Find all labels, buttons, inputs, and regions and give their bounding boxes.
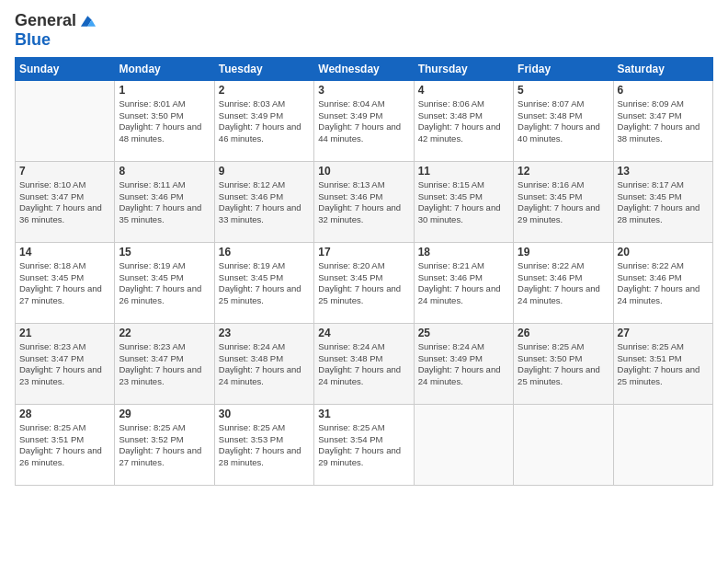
day-number: 19: [518, 246, 609, 259]
calendar-cell: [613, 404, 712, 485]
page: General Blue SundayMondayTuesdayWednesda…: [0, 0, 728, 563]
logo-blue: Blue: [15, 30, 51, 49]
day-info: Sunrise: 8:25 AMSunset: 3:53 PMDaylight:…: [219, 422, 310, 469]
day-info: Sunrise: 8:01 AMSunset: 3:50 PMDaylight:…: [119, 98, 210, 145]
calendar-cell: 20Sunrise: 8:22 AMSunset: 3:46 PMDayligh…: [613, 242, 712, 323]
day-info: Sunrise: 8:25 AMSunset: 3:52 PMDaylight:…: [119, 422, 210, 469]
day-number: 12: [518, 165, 609, 178]
header-cell-monday: Monday: [115, 57, 214, 80]
calendar-cell: 16Sunrise: 8:19 AMSunset: 3:45 PMDayligh…: [214, 242, 313, 323]
day-info: Sunrise: 8:18 AMSunset: 3:45 PMDaylight:…: [19, 260, 110, 307]
day-number: 24: [318, 327, 409, 339]
day-info: Sunrise: 8:19 AMSunset: 3:45 PMDaylight:…: [119, 260, 210, 307]
day-number: 10: [318, 165, 409, 178]
day-info: Sunrise: 8:22 AMSunset: 3:46 PMDaylight:…: [518, 260, 609, 307]
day-number: 20: [618, 246, 709, 259]
calendar-cell: [514, 404, 613, 485]
logo-icon: [78, 11, 98, 31]
day-info: Sunrise: 8:09 AMSunset: 3:47 PMDaylight:…: [618, 98, 709, 145]
day-number: 11: [418, 165, 509, 178]
day-info: Sunrise: 8:25 AMSunset: 3:50 PMDaylight:…: [518, 341, 609, 388]
day-info: Sunrise: 8:22 AMSunset: 3:46 PMDaylight:…: [618, 260, 709, 307]
day-number: 16: [219, 246, 310, 259]
day-number: 31: [318, 408, 409, 420]
day-info: Sunrise: 8:25 AMSunset: 3:51 PMDaylight:…: [618, 341, 709, 388]
calendar-cell: [16, 80, 115, 161]
day-info: Sunrise: 8:13 AMSunset: 3:46 PMDaylight:…: [318, 179, 409, 226]
day-number: 15: [119, 246, 210, 259]
calendar-cell: 21Sunrise: 8:23 AMSunset: 3:47 PMDayligh…: [16, 323, 115, 404]
day-info: Sunrise: 8:16 AMSunset: 3:45 PMDaylight:…: [518, 179, 609, 226]
calendar-cell: 12Sunrise: 8:16 AMSunset: 3:45 PMDayligh…: [514, 161, 613, 242]
header-row: SundayMondayTuesdayWednesdayThursdayFrid…: [16, 57, 713, 80]
header-cell-tuesday: Tuesday: [214, 57, 313, 80]
calendar-cell: 6Sunrise: 8:09 AMSunset: 3:47 PMDaylight…: [613, 80, 712, 161]
calendar-cell: 25Sunrise: 8:24 AMSunset: 3:49 PMDayligh…: [414, 323, 513, 404]
day-number: 1: [119, 84, 210, 97]
day-number: 23: [219, 327, 310, 339]
calendar-cell: 13Sunrise: 8:17 AMSunset: 3:45 PMDayligh…: [613, 161, 712, 242]
calendar-cell: 14Sunrise: 8:18 AMSunset: 3:45 PMDayligh…: [16, 242, 115, 323]
week-row-1: 1Sunrise: 8:01 AMSunset: 3:50 PMDaylight…: [16, 80, 713, 161]
calendar-cell: 4Sunrise: 8:06 AMSunset: 3:48 PMDaylight…: [414, 80, 513, 161]
calendar-cell: 19Sunrise: 8:22 AMSunset: 3:46 PMDayligh…: [514, 242, 613, 323]
day-number: 17: [318, 246, 409, 259]
calendar-cell: 1Sunrise: 8:01 AMSunset: 3:50 PMDaylight…: [115, 80, 214, 161]
day-number: 26: [518, 327, 609, 339]
calendar-cell: 15Sunrise: 8:19 AMSunset: 3:45 PMDayligh…: [115, 242, 214, 323]
day-info: Sunrise: 8:24 AMSunset: 3:49 PMDaylight:…: [418, 341, 509, 388]
day-number: 3: [318, 84, 409, 97]
day-number: 25: [418, 327, 509, 339]
day-number: 9: [219, 165, 310, 178]
day-number: 5: [518, 84, 609, 97]
day-info: Sunrise: 8:24 AMSunset: 3:48 PMDaylight:…: [219, 341, 310, 388]
day-number: 6: [618, 84, 709, 97]
calendar-cell: 8Sunrise: 8:11 AMSunset: 3:46 PMDaylight…: [115, 161, 214, 242]
calendar-cell: 18Sunrise: 8:21 AMSunset: 3:46 PMDayligh…: [414, 242, 513, 323]
day-info: Sunrise: 8:20 AMSunset: 3:45 PMDaylight:…: [318, 260, 409, 307]
day-info: Sunrise: 8:12 AMSunset: 3:46 PMDaylight:…: [219, 179, 310, 226]
day-info: Sunrise: 8:06 AMSunset: 3:48 PMDaylight:…: [418, 98, 509, 145]
calendar-cell: 31Sunrise: 8:25 AMSunset: 3:54 PMDayligh…: [314, 404, 414, 485]
day-number: 30: [219, 408, 310, 420]
calendar-cell: 23Sunrise: 8:24 AMSunset: 3:48 PMDayligh…: [214, 323, 313, 404]
day-info: Sunrise: 8:04 AMSunset: 3:49 PMDaylight:…: [318, 98, 409, 145]
calendar-cell: [414, 404, 513, 485]
day-info: Sunrise: 8:25 AMSunset: 3:51 PMDaylight:…: [19, 422, 110, 469]
calendar-cell: 3Sunrise: 8:04 AMSunset: 3:49 PMDaylight…: [314, 80, 414, 161]
calendar-cell: 28Sunrise: 8:25 AMSunset: 3:51 PMDayligh…: [16, 404, 115, 485]
day-number: 2: [219, 84, 310, 97]
day-info: Sunrise: 8:10 AMSunset: 3:47 PMDaylight:…: [19, 179, 110, 226]
day-number: 7: [19, 165, 110, 178]
day-info: Sunrise: 8:07 AMSunset: 3:48 PMDaylight:…: [518, 98, 609, 145]
day-info: Sunrise: 8:23 AMSunset: 3:47 PMDaylight:…: [119, 341, 210, 388]
day-number: 14: [19, 246, 110, 259]
week-row-5: 28Sunrise: 8:25 AMSunset: 3:51 PMDayligh…: [16, 404, 713, 485]
day-info: Sunrise: 8:11 AMSunset: 3:46 PMDaylight:…: [119, 179, 210, 226]
logo-text: General: [15, 12, 76, 30]
logo-general: General: [15, 11, 76, 29]
week-row-4: 21Sunrise: 8:23 AMSunset: 3:47 PMDayligh…: [16, 323, 713, 404]
day-number: 4: [418, 84, 509, 97]
calendar-cell: 5Sunrise: 8:07 AMSunset: 3:48 PMDaylight…: [514, 80, 613, 161]
calendar-cell: 2Sunrise: 8:03 AMSunset: 3:49 PMDaylight…: [214, 80, 313, 161]
day-number: 18: [418, 246, 509, 259]
calendar-cell: 30Sunrise: 8:25 AMSunset: 3:53 PMDayligh…: [214, 404, 313, 485]
calendar-cell: 27Sunrise: 8:25 AMSunset: 3:51 PMDayligh…: [613, 323, 712, 404]
header-cell-saturday: Saturday: [613, 57, 712, 80]
calendar-cell: 26Sunrise: 8:25 AMSunset: 3:50 PMDayligh…: [514, 323, 613, 404]
calendar-cell: 9Sunrise: 8:12 AMSunset: 3:46 PMDaylight…: [214, 161, 313, 242]
calendar-cell: 10Sunrise: 8:13 AMSunset: 3:46 PMDayligh…: [314, 161, 414, 242]
calendar-table: SundayMondayTuesdayWednesdayThursdayFrid…: [15, 57, 713, 486]
day-number: 8: [119, 165, 210, 178]
day-number: 21: [19, 327, 110, 339]
day-info: Sunrise: 8:15 AMSunset: 3:45 PMDaylight:…: [418, 179, 509, 226]
day-info: Sunrise: 8:17 AMSunset: 3:45 PMDaylight:…: [618, 179, 709, 226]
calendar-cell: 29Sunrise: 8:25 AMSunset: 3:52 PMDayligh…: [115, 404, 214, 485]
day-number: 13: [618, 165, 709, 178]
calendar-cell: 17Sunrise: 8:20 AMSunset: 3:45 PMDayligh…: [314, 242, 414, 323]
day-info: Sunrise: 8:03 AMSunset: 3:49 PMDaylight:…: [219, 98, 310, 145]
logo: General Blue: [15, 11, 98, 50]
day-number: 22: [119, 327, 210, 339]
day-number: 29: [119, 408, 210, 420]
